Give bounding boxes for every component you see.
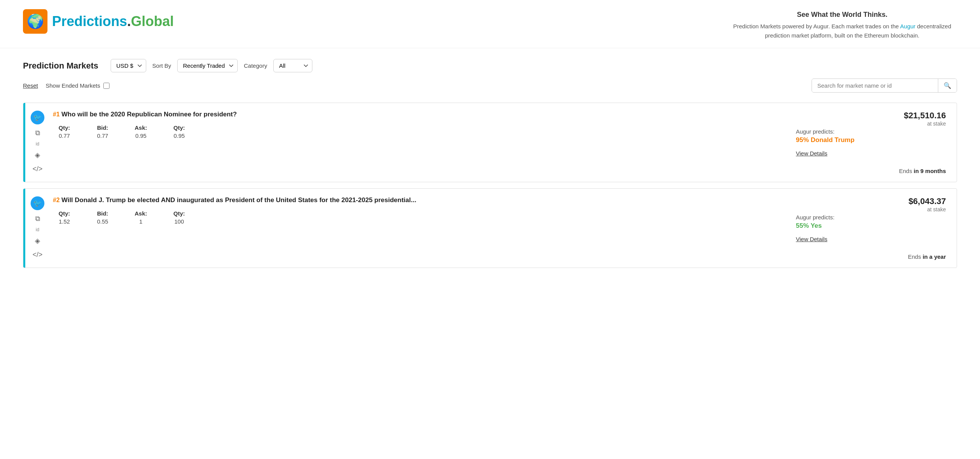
sort-select[interactable]: Recently Traded Most Active Newest Endin…: [177, 59, 238, 72]
twitter-icon[interactable]: 🐦: [31, 196, 44, 210]
market-title-row: #1 Who will be the 2020 Republican Nomin…: [53, 111, 773, 118]
header-tagline: See What the World Thinks.: [727, 11, 957, 19]
copy-icon[interactable]: ⧉: [32, 127, 43, 138]
bid-value: 0.77: [97, 132, 108, 139]
bid-value: 0.55: [97, 218, 108, 225]
markets-list: 🐦 ⧉ id ◈ </> #1 Who will be the 2020 Rep…: [0, 96, 980, 289]
qty1-value: 1.52: [59, 218, 70, 225]
market-card: 🐦 ⧉ id ◈ </> #1 Who will be the 2020 Rep…: [23, 103, 957, 182]
ends-text: Ends in a year: [908, 253, 946, 260]
market-middle: Augur predicts: 95% Donald Trump View De…: [781, 103, 880, 182]
augur-link[interactable]: Augur: [900, 23, 915, 29]
controls-area: Prediction Markets USD $ Sort By Recentl…: [0, 48, 980, 96]
qty2-col: Qty: 0.95: [168, 124, 191, 139]
qty1-value: 0.77: [59, 132, 70, 139]
market-right: $6,043.37 at stake Ends in a year: [880, 189, 957, 268]
search-button[interactable]: 🔍: [938, 79, 957, 92]
prediction-value: 95% Donald Trump: [796, 136, 854, 144]
logo-predictions: Predictions: [52, 13, 127, 29]
qty1-col: Qty: 0.77: [53, 124, 76, 139]
ends-value: in 9 months: [914, 168, 946, 174]
show-ended-label: Show Ended Markets: [46, 82, 100, 89]
qty1-label: Qty:: [59, 210, 70, 217]
qty2-label: Qty:: [173, 210, 185, 217]
embed-icon[interactable]: </>: [32, 249, 43, 260]
logo-area: 🌍 Predictions.Global: [23, 9, 174, 34]
qty1-label: Qty:: [59, 124, 70, 131]
copy-icon[interactable]: ⧉: [32, 213, 43, 224]
market-content: #1 Who will be the 2020 Republican Nomin…: [50, 103, 781, 182]
augur-icon[interactable]: ◈: [32, 150, 43, 160]
id-label: id: [36, 141, 39, 147]
page-title: Prediction Markets: [23, 61, 98, 71]
view-details-link[interactable]: View Details: [796, 150, 827, 157]
order-book: Qty: 1.52 Bid: 0.55 Ask: 1 Qty: 100: [53, 210, 773, 225]
bid-label: Bid:: [97, 124, 108, 131]
header: 🌍 Predictions.Global See What the World …: [0, 0, 980, 48]
show-ended-checkbox[interactable]: [103, 83, 109, 89]
qty2-value: 0.95: [173, 132, 185, 139]
ask-label: Ask:: [135, 210, 147, 217]
show-ended-markets: Show Ended Markets: [46, 82, 109, 89]
qty2-label: Qty:: [173, 124, 185, 131]
logo-dot: .: [127, 13, 131, 29]
logo-text: Predictions.Global: [52, 13, 174, 29]
ends-value: in a year: [923, 253, 946, 260]
market-middle: Augur predicts: 55% Yes View Details: [781, 189, 880, 268]
logo-global: Global: [131, 13, 174, 29]
description-before: Prediction Markets powered by Augur. Eac…: [733, 23, 900, 29]
market-right: $21,510.16 at stake Ends in 9 months: [880, 103, 957, 182]
market-number: #2: [53, 197, 60, 203]
prediction-value: 55% Yes: [796, 222, 822, 230]
market-icons: 🐦 ⧉ id ◈ </>: [25, 189, 50, 268]
at-stake-label: at stake: [904, 121, 946, 127]
embed-icon[interactable]: </>: [32, 163, 43, 174]
controls-bottom: Reset Show Ended Markets 🔍: [23, 78, 957, 93]
id-label: id: [36, 227, 39, 232]
search-box: 🔍: [812, 78, 957, 93]
bid-label: Bid:: [97, 210, 108, 217]
search-input[interactable]: [812, 79, 938, 92]
logo-globe-icon: 🌍: [23, 9, 47, 34]
qty1-col: Qty: 1.52: [53, 210, 76, 225]
currency-select[interactable]: USD $: [111, 59, 146, 72]
market-title: Will Donald J. Trump be elected AND inau…: [60, 196, 416, 204]
market-content: #2 Will Donald J. Trump be elected AND i…: [50, 189, 781, 268]
ask-value: 1: [139, 218, 142, 225]
at-stake-label: at stake: [908, 206, 946, 212]
stake-amount: $6,043.37: [908, 196, 946, 206]
ends-text: Ends in 9 months: [899, 168, 946, 174]
market-title-row: #2 Will Donald J. Trump be elected AND i…: [53, 196, 773, 204]
market-number: #1: [53, 111, 60, 118]
market-title: Who will be the 2020 Republican Nominee …: [60, 111, 237, 118]
reset-link[interactable]: Reset: [23, 82, 38, 89]
category-select[interactable]: All Politics Sports Finance Crypto: [273, 59, 312, 72]
order-book: Qty: 0.77 Bid: 0.77 Ask: 0.95 Qty: 0.95: [53, 124, 773, 139]
augur-predicts-label: Augur predicts:: [796, 214, 835, 221]
view-details-link[interactable]: View Details: [796, 236, 827, 242]
ask-col: Ask: 0.95: [129, 124, 152, 139]
header-description: See What the World Thinks. Prediction Ma…: [727, 9, 957, 40]
augur-icon[interactable]: ◈: [32, 235, 43, 246]
sort-by-label: Sort By: [152, 62, 171, 69]
header-desc: Prediction Markets powered by Augur. Eac…: [727, 22, 957, 40]
market-icons: 🐦 ⧉ id ◈ </>: [25, 103, 50, 182]
controls-bottom-left: Reset Show Ended Markets: [23, 82, 109, 89]
controls-top: Prediction Markets USD $ Sort By Recentl…: [23, 59, 957, 72]
category-label: Category: [244, 62, 267, 69]
ask-label: Ask:: [135, 124, 147, 131]
ask-col: Ask: 1: [129, 210, 152, 225]
augur-predicts-label: Augur predicts:: [796, 128, 835, 135]
ask-value: 0.95: [135, 132, 146, 139]
twitter-icon[interactable]: 🐦: [31, 111, 44, 124]
qty2-col: Qty: 100: [168, 210, 191, 225]
qty2-value: 100: [174, 218, 184, 225]
bid-col: Bid: 0.77: [91, 124, 114, 139]
bid-col: Bid: 0.55: [91, 210, 114, 225]
stake-amount: $21,510.16: [904, 111, 946, 121]
market-card: 🐦 ⧉ id ◈ </> #2 Will Donald J. Trump be …: [23, 188, 957, 268]
